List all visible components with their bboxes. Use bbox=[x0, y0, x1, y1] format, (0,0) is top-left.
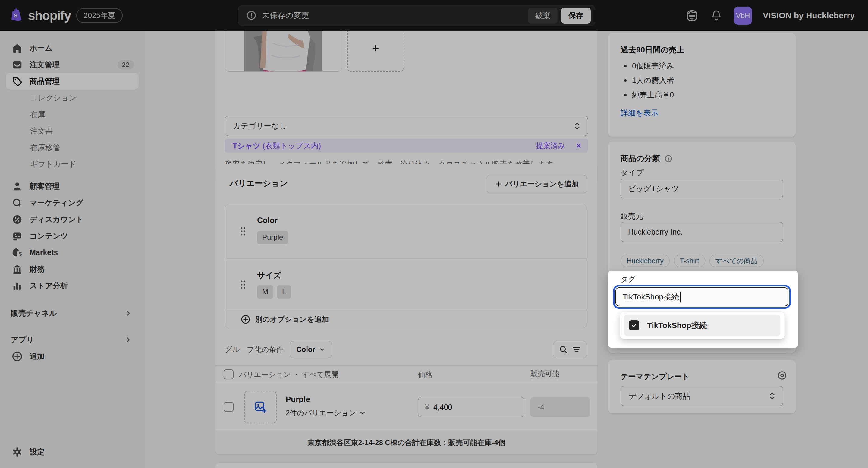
dim-overlay bbox=[0, 0, 868, 468]
check-icon bbox=[631, 322, 638, 329]
tags-label: タグ bbox=[621, 274, 635, 284]
tag-editor-spotlight: タグ TikTokShop接続 TikTokShop接続 bbox=[608, 271, 798, 348]
tag-option-label: TikTokShop接続 bbox=[647, 320, 707, 331]
text-cursor bbox=[680, 292, 681, 302]
checked-checkbox[interactable] bbox=[629, 320, 639, 330]
tag-option-row[interactable]: TikTokShop接続 bbox=[624, 315, 780, 336]
tags-input[interactable]: TikTokShop接続 bbox=[615, 287, 788, 306]
tags-input-value: TikTokShop接続 bbox=[623, 292, 679, 302]
shopify-admin-screen: + カテゴリー カテゴリーなし Tシャツ (衣類トップス内) 提案済み 税率を決… bbox=[0, 0, 868, 468]
tags-dropdown: TikTokShop接続 bbox=[620, 312, 784, 339]
